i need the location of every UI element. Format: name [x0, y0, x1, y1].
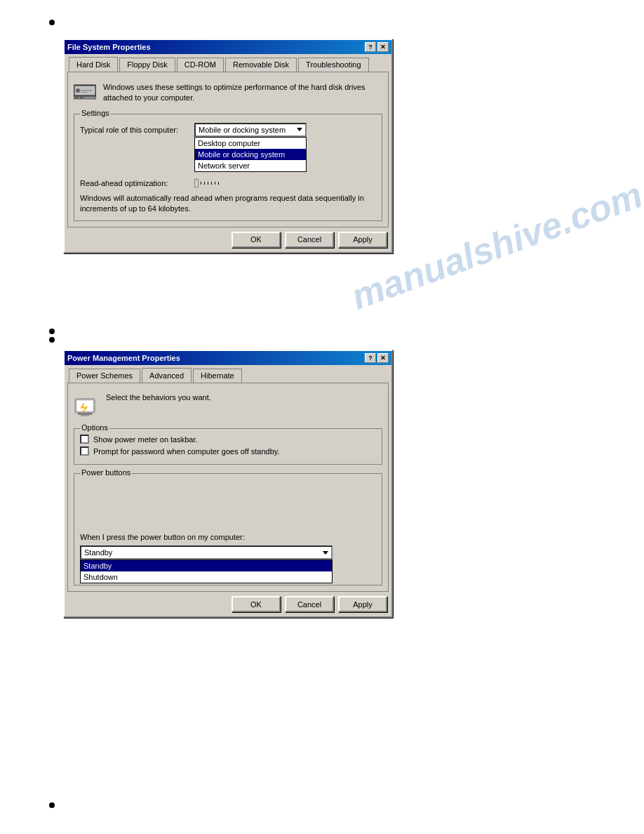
power-icon [74, 393, 99, 418]
svg-point-2 [76, 88, 80, 93]
svg-rect-7 [80, 97, 83, 98]
slider-tick-3 [208, 182, 208, 185]
power-tab-content: Select the behaviors you want. Options S… [67, 383, 389, 592]
options-label: Options [80, 423, 109, 432]
svg-rect-4 [81, 92, 88, 93]
file-system-title-bar: File System Properties ? ✕ [65, 40, 391, 54]
filesystem-description: Windows uses these settings to optimize … [103, 82, 382, 104]
power-cancel-button[interactable]: Cancel [285, 596, 334, 612]
slider-tick-4 [211, 182, 212, 185]
power-dropdown-container: Standby Standby Shutdown [80, 545, 376, 560]
checkbox1-label: Show power meter on taskbar. [93, 435, 198, 444]
apply-button[interactable]: Apply [338, 232, 387, 248]
slider-tick-2 [204, 182, 205, 185]
bullet-1 [49, 20, 55, 25]
readahead-row: Read-ahead optimization: [80, 179, 376, 187]
bullet-2 [49, 329, 55, 334]
svg-rect-3 [81, 90, 92, 91]
svg-rect-11 [81, 415, 89, 416]
filesystem-tab-content: Windows uses these settings to optimize … [67, 72, 389, 227]
power-help-button[interactable]: ? [365, 353, 376, 363]
checkbox-row-1: Show power meter on taskbar. [80, 435, 376, 444]
settings-groupbox: Settings Typical role of this computer: … [74, 114, 382, 221]
show-power-meter-checkbox[interactable] [80, 435, 89, 444]
tab-bar-filesystem: Hard Disk Floppy Disk CD-ROM Removable D… [65, 54, 391, 72]
tab-floppy-disk[interactable]: Floppy Disk [119, 58, 175, 72]
typical-role-row: Typical role of this computer: Mobile or… [80, 123, 376, 137]
file-system-title: File System Properties [67, 43, 151, 51]
power-dropdown[interactable]: Standby [80, 545, 333, 560]
slider-tick-1 [201, 182, 201, 185]
hdd-icon [74, 82, 96, 100]
dropdown-item-desktop[interactable]: Desktop computer [195, 138, 306, 149]
typical-role-value: Mobile or docking system [199, 126, 286, 134]
power-management-title: Power Management Properties [67, 354, 180, 362]
dropdown-item-network[interactable]: Network server [195, 160, 306, 171]
power-dropdown-arrow-icon [323, 551, 328, 555]
tab-power-schemes[interactable]: Power Schemes [69, 369, 140, 383]
bullet-3 [49, 337, 55, 343]
readahead-label: Read-ahead optimization: [80, 179, 189, 187]
power-press-area: When I press the power button on my comp… [80, 533, 376, 560]
power-press-label: When I press the power button on my comp… [80, 533, 376, 541]
tab-hibernate[interactable]: Hibernate [193, 369, 242, 383]
power-buttons-groupbox: Power buttons When I press the power but… [74, 473, 382, 585]
slider-tick-5 [215, 182, 215, 185]
power-item-standby[interactable]: Standby [81, 560, 332, 571]
slider-handle[interactable] [194, 179, 199, 187]
slider-note: Windows will automatically read ahead wh… [80, 193, 376, 215]
options-groupbox: Options Show power meter on taskbar. Pro… [74, 428, 382, 465]
filesystem-btn-row: OK Cancel Apply [65, 227, 391, 252]
checkbox-row-2: Prompt for password when computer goes o… [80, 446, 376, 456]
typical-role-label: Typical role of this computer: [80, 126, 189, 134]
power-item-shutdown[interactable]: Shutdown [81, 571, 332, 583]
bullet-4 [49, 802, 55, 808]
power-management-dialog: Power Management Properties ? ✕ Power Sc… [63, 350, 393, 618]
cancel-button[interactable]: Cancel [285, 232, 334, 248]
tab-cd-rom[interactable]: CD-ROM [177, 58, 224, 72]
power-description: Select the behaviors you want. [106, 393, 211, 402]
power-dropdown-list: Standby Shutdown [80, 560, 333, 583]
power-title-bar-buttons: ? ✕ [365, 353, 389, 363]
close-button[interactable]: ✕ [377, 42, 389, 52]
checkbox2-label: Prompt for password when computer goes o… [93, 447, 280, 456]
settings-label: Settings [80, 109, 111, 117]
tab-troubleshooting[interactable]: Troubleshooting [298, 58, 368, 72]
power-buttons-label: Power buttons [80, 468, 132, 477]
typical-role-dropdown-list: Desktop computer Mobile or docking syste… [194, 137, 307, 172]
dropdown-item-mobile[interactable]: Mobile or docking system [195, 149, 306, 160]
tab-bar-power: Power Schemes Advanced Hibernate [65, 365, 391, 383]
power-apply-button[interactable]: Apply [338, 596, 387, 612]
title-bar-buttons: ? ✕ [365, 42, 389, 52]
power-management-title-bar: Power Management Properties ? ✕ [65, 351, 391, 365]
dropdown-arrow-icon [297, 128, 302, 131]
tab-advanced[interactable]: Advanced [142, 368, 192, 383]
slider-tick-6 [218, 182, 219, 185]
power-close-button[interactable]: ✕ [377, 353, 389, 363]
svg-rect-10 [78, 413, 92, 415]
power-desc-area: Select the behaviors you want. [74, 389, 382, 423]
filesystem-desc-area: Windows uses these settings to optimize … [74, 78, 382, 108]
tab-hard-disk[interactable]: Hard Disk [69, 57, 118, 72]
prompt-password-checkbox[interactable] [80, 446, 89, 456]
help-button[interactable]: ? [365, 42, 376, 52]
svg-rect-6 [75, 97, 79, 98]
tab-removable-disk[interactable]: Removable Disk [225, 58, 297, 72]
typical-role-dropdown[interactable]: Mobile or docking system [194, 123, 307, 137]
power-dropdown-value: Standby [84, 548, 112, 557]
ok-button[interactable]: OK [232, 232, 281, 248]
power-btn-row: OK Cancel Apply [65, 592, 391, 616]
file-system-dialog: File System Properties ? ✕ Hard Disk Flo… [63, 39, 393, 253]
power-ok-button[interactable]: OK [232, 596, 281, 612]
